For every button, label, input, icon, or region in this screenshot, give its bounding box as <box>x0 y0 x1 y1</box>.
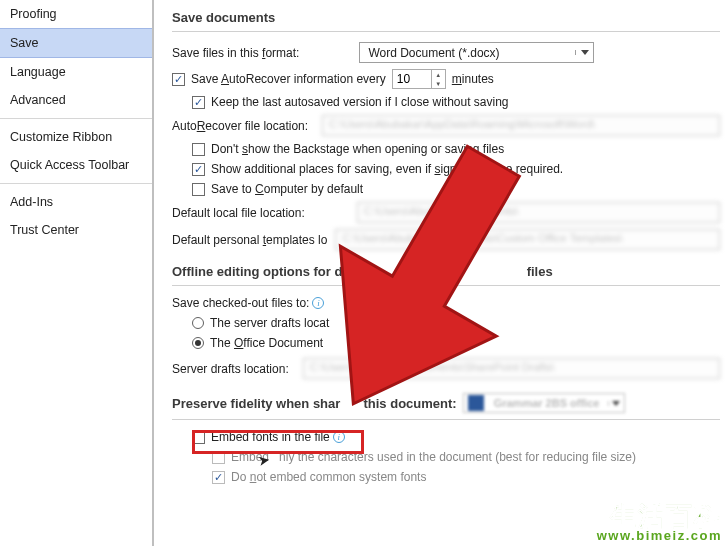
nav-item-trust-center[interactable]: Trust Center <box>0 216 152 244</box>
nav-item-label: Quick Access Toolbar <box>10 158 129 172</box>
spinner-autorecover-minutes[interactable]: ▲▼ <box>392 69 446 89</box>
row-backstage: Don't show the Backstage when opening or… <box>192 142 728 156</box>
row-autorecover: Save AutoRecover information every ▲▼ mi… <box>172 69 728 89</box>
row-autorecover-location: AutoRecover file location: C:\Users\Abub… <box>172 115 728 136</box>
checkbox-keep-last-autosave[interactable] <box>192 96 205 109</box>
checkbox-embed-only-used[interactable] <box>212 451 225 464</box>
radio-office-document-cache[interactable] <box>192 337 204 349</box>
options-nav: Proofing Save Language Advanced Customiz… <box>0 0 154 546</box>
spinner-input[interactable] <box>393 70 431 88</box>
nav-separator <box>0 183 152 184</box>
row-save-to-computer: Save to Computer by default <box>192 182 728 196</box>
nav-item-quick-access-toolbar[interactable]: Quick Access Toolbar <box>0 151 152 179</box>
nav-item-language[interactable]: Language <box>0 58 152 86</box>
nav-item-label: Save <box>10 36 39 50</box>
nav-item-customize-ribbon[interactable]: Customize Ribbon <box>0 123 152 151</box>
nav-item-label: Advanced <box>10 93 66 107</box>
input-autorecover-location[interactable]: C:\Users\Abubakar\AppData\Roaming\Micros… <box>322 115 720 136</box>
row-no-common-fonts: Do not embed common system fonts <box>212 470 728 484</box>
info-icon[interactable] <box>333 431 345 443</box>
input-default-local-location[interactable]: C:\Users\Abubakar\Documents\ <box>357 202 720 223</box>
nav-item-label: Add-Ins <box>10 195 53 209</box>
checkbox-save-to-computer[interactable] <box>192 183 205 196</box>
nav-item-label: Language <box>10 65 66 79</box>
label-autorecover: Save AutoRecover information every <box>191 72 386 86</box>
spinner-arrows[interactable]: ▲▼ <box>431 70 445 88</box>
label-no-common-fonts: Do not embed common system fonts <box>231 470 426 484</box>
chevron-down-icon <box>608 401 624 406</box>
nav-item-label: Trust Center <box>10 223 79 237</box>
nav-item-save[interactable]: Save <box>0 28 152 58</box>
label-embed-fonts: Embed fonts in the file <box>211 430 330 444</box>
info-icon[interactable] <box>312 297 324 309</box>
row-default-templates-location: Default personal templates lo C:\Users\A… <box>172 229 728 250</box>
label-default-local-location: Default local file location: <box>172 206 305 220</box>
input-default-templates-location[interactable]: C:\Users\Abubakar\Documents\Custom Offic… <box>335 229 720 250</box>
nav-item-label: Proofing <box>10 7 57 21</box>
dropdown-save-format[interactable]: Word Document (*.docx) <box>359 42 594 63</box>
checkbox-embed-fonts[interactable] <box>192 431 205 444</box>
nav-item-add-ins[interactable]: Add-Ins <box>0 188 152 216</box>
row-radio-office-document-cache: The Office Document <box>192 336 728 350</box>
radio-server-drafts[interactable] <box>192 317 204 329</box>
section-offline-editing: Offline editing options for document man… <box>172 258 720 286</box>
label-radio-server-drafts: The server drafts locat <box>210 316 329 330</box>
dropdown-fidelity-document[interactable]: Grammar 2BS office <box>463 393 625 413</box>
section-save-documents: Save documents <box>172 4 720 32</box>
label-backstage: Don't show the Backstage when opening or… <box>211 142 504 156</box>
label-keep-last: Keep the last autosaved version if I clo… <box>211 95 509 109</box>
label-additional-places: Show additional places for saving, even … <box>211 162 563 176</box>
row-keep-last: Keep the last autosaved version if I clo… <box>192 95 728 109</box>
checkbox-dont-show-backstage[interactable] <box>192 143 205 156</box>
row-embed-fonts: Embed fonts in the file <box>192 430 728 444</box>
dropdown-value: Word Document (*.docx) <box>360 46 575 60</box>
chevron-down-icon <box>575 50 593 55</box>
section-preserve-fidelity: Preserve fidelity when sharing this docu… <box>172 387 720 420</box>
nav-item-label: Customize Ribbon <box>10 130 112 144</box>
label-server-drafts-location: Server drafts location: <box>172 362 289 376</box>
word-icon <box>468 395 484 411</box>
checkbox-additional-places[interactable] <box>192 163 205 176</box>
nav-item-advanced[interactable]: Advanced <box>0 86 152 114</box>
label-default-templates-location: Default personal templates lo <box>172 233 327 247</box>
row-default-local-location: Default local file location: C:\Users\Ab… <box>172 202 728 223</box>
label-minutes: minutes <box>452 72 494 86</box>
nav-item-proofing[interactable]: Proofing <box>0 0 152 28</box>
label-radio-office-cache: The Office Document <box>210 336 323 350</box>
row-embed-only-used: Embed only the characters used in the do… <box>212 450 728 464</box>
row-server-drafts-location: Server drafts location: C:\Users\Abubaka… <box>172 358 728 379</box>
row-save-format: Save files in this format: Word Document… <box>172 42 728 63</box>
row-additional-places: Show additional places for saving, even … <box>192 162 728 176</box>
label-checked-out-to: Save checked-out files to: <box>172 296 309 310</box>
dropdown-value: Grammar 2BS office <box>488 397 608 409</box>
label-save-to-computer: Save to Computer by default <box>211 182 363 196</box>
nav-separator <box>0 118 152 119</box>
checkbox-autorecover[interactable] <box>172 73 185 86</box>
checkbox-no-common-fonts[interactable] <box>212 471 225 484</box>
label-save-format: Save files in this format: <box>172 46 299 60</box>
label-embed-only-used: Embed only the characters used in the do… <box>231 450 636 464</box>
label-autorecover-location: AutoRecover file location: <box>172 119 308 133</box>
row-radio-server-drafts: The server drafts locat <box>192 316 728 330</box>
row-checked-out-to: Save checked-out files to: <box>172 296 728 310</box>
input-server-drafts-location[interactable]: C:\Users\Abubakar\Documents\SharePoint D… <box>303 358 720 379</box>
save-options-panel: Save documents Save files in this format… <box>154 0 728 546</box>
options-dialog: Proofing Save Language Advanced Customiz… <box>0 0 728 546</box>
